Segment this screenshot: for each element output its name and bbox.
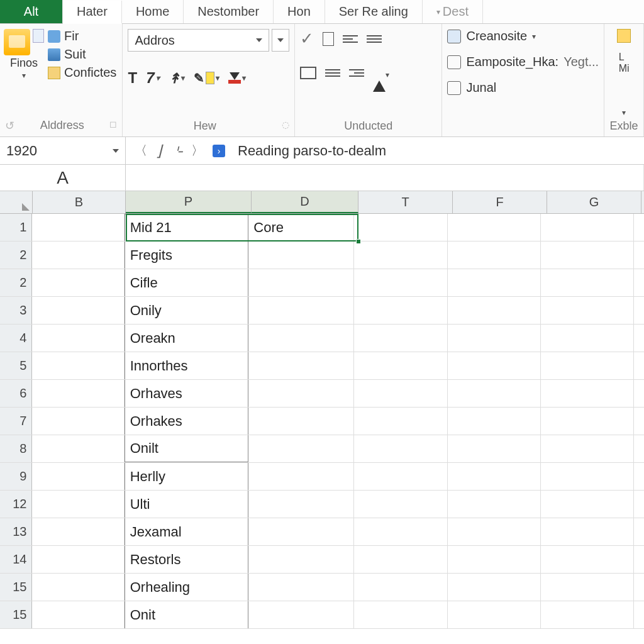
cell[interactable]: Onily xyxy=(125,297,249,324)
cell[interactable]: Herlly xyxy=(125,463,249,490)
cell[interactable] xyxy=(354,325,447,352)
row-header[interactable]: 3 xyxy=(0,297,32,324)
cell[interactable] xyxy=(32,297,124,324)
cell[interactable]: Innorthes xyxy=(125,352,249,379)
cell[interactable] xyxy=(32,518,124,545)
cell[interactable]: Core xyxy=(248,214,354,241)
cell[interactable] xyxy=(32,491,124,518)
tab-3[interactable]: Hon xyxy=(274,0,325,23)
cell[interactable] xyxy=(354,242,447,269)
formula-input[interactable]: Reading parso-to-dealm xyxy=(238,143,386,159)
cell[interactable] xyxy=(32,214,124,241)
nav-next-button[interactable]: 〉 xyxy=(191,142,204,159)
cell[interactable] xyxy=(354,297,447,324)
cell[interactable] xyxy=(541,491,634,518)
row-header[interactable]: 8 xyxy=(0,435,32,462)
ribbon-item-suit[interactable]: Suit xyxy=(48,47,116,62)
cell[interactable] xyxy=(248,491,354,518)
row-header[interactable]: 2 xyxy=(0,242,32,269)
cell[interactable] xyxy=(248,601,354,628)
align-left-icon[interactable] xyxy=(343,35,358,43)
cell[interactable] xyxy=(248,242,354,269)
select-all-corner[interactable] xyxy=(0,191,33,213)
cell[interactable] xyxy=(354,518,447,545)
page-icon[interactable] xyxy=(323,32,334,46)
cell[interactable] xyxy=(541,297,634,324)
ribbon-item-junal[interactable]: Junal xyxy=(447,80,496,95)
cell[interactable] xyxy=(541,574,634,601)
row-header[interactable]: 1 xyxy=(0,214,32,241)
formula-edit-area[interactable] xyxy=(126,165,644,191)
cell[interactable] xyxy=(354,435,447,462)
highlight-button[interactable]: ✎▾ xyxy=(194,70,219,86)
row-header[interactable]: 4 xyxy=(0,325,32,352)
cell[interactable] xyxy=(354,352,447,379)
col-header-d[interactable]: D xyxy=(252,191,358,213)
cell[interactable] xyxy=(32,463,124,490)
cell[interactable] xyxy=(541,380,634,407)
cell[interactable]: Mid 21 xyxy=(125,214,249,241)
cell[interactable] xyxy=(354,574,447,601)
col-header-f[interactable]: F xyxy=(453,191,547,213)
ribbon-item-fir[interactable]: Fir xyxy=(48,29,116,43)
cell[interactable] xyxy=(248,435,354,462)
cell[interactable] xyxy=(448,380,541,407)
row-header[interactable]: 7 xyxy=(0,408,32,435)
ribbon-item-confictes[interactable]: Confictes xyxy=(48,65,116,80)
col-header-p[interactable]: P xyxy=(126,191,252,213)
cell[interactable] xyxy=(32,352,124,379)
row-header[interactable]: 14 xyxy=(0,546,32,573)
cell[interactable] xyxy=(32,325,124,352)
clipboard-icon[interactable] xyxy=(4,29,30,55)
align-center-icon[interactable] xyxy=(325,69,340,77)
cell[interactable] xyxy=(448,601,541,628)
cell[interactable]: Ulti xyxy=(125,491,249,518)
cancel-icon[interactable]: ⌋ xyxy=(156,142,162,160)
file-tab[interactable]: Alt xyxy=(0,0,63,23)
cell[interactable] xyxy=(541,463,634,490)
cell[interactable] xyxy=(32,242,124,269)
cell[interactable] xyxy=(248,463,354,490)
cell[interactable] xyxy=(541,601,634,628)
cell[interactable] xyxy=(541,242,634,269)
cell[interactable] xyxy=(448,435,541,462)
ribbon-item-yegt[interactable]: Yegt... xyxy=(564,55,599,69)
tab-2[interactable]: Nestomber xyxy=(184,0,274,23)
cell[interactable] xyxy=(248,269,354,296)
row-header[interactable]: 2 xyxy=(0,269,32,296)
cell[interactable] xyxy=(32,380,124,407)
cell[interactable]: Orhakes xyxy=(125,408,249,435)
italic-button[interactable]: 7▾ xyxy=(146,69,159,87)
nav-prev-button[interactable]: 〈 xyxy=(135,142,147,159)
name-box[interactable]: 1920 xyxy=(0,137,126,164)
cell[interactable] xyxy=(448,214,541,241)
cell[interactable] xyxy=(354,408,447,435)
cell[interactable] xyxy=(541,518,634,545)
cell[interactable] xyxy=(32,435,124,462)
col-header-t[interactable]: T xyxy=(358,191,453,213)
cell[interactable]: Onit xyxy=(125,601,249,628)
cell[interactable]: Fregits xyxy=(125,242,249,269)
cell[interactable] xyxy=(354,601,447,628)
cell[interactable] xyxy=(32,269,124,296)
cell[interactable] xyxy=(32,546,124,573)
cell[interactable] xyxy=(248,352,354,379)
cell[interactable] xyxy=(354,491,447,518)
cell[interactable]: Onilt xyxy=(125,435,249,462)
cell[interactable] xyxy=(354,380,447,407)
tab-1[interactable]: Home xyxy=(122,0,184,23)
cell[interactable] xyxy=(541,408,634,435)
ribbon-item-eamposite[interactable]: Eamposite_Hka: xyxy=(466,55,558,69)
cell[interactable] xyxy=(32,408,124,435)
cell[interactable] xyxy=(448,352,541,379)
cell[interactable] xyxy=(32,574,124,601)
cell[interactable] xyxy=(448,242,541,269)
cell[interactable] xyxy=(448,408,541,435)
cell[interactable]: Oreakn xyxy=(125,325,249,352)
cell[interactable] xyxy=(354,214,447,241)
cell[interactable] xyxy=(248,408,354,435)
cell[interactable]: Orhealing xyxy=(125,574,249,601)
check-icon[interactable]: ✓ xyxy=(300,29,314,48)
column-a-header[interactable]: A xyxy=(0,165,126,191)
cell[interactable]: Restorls xyxy=(125,546,249,573)
